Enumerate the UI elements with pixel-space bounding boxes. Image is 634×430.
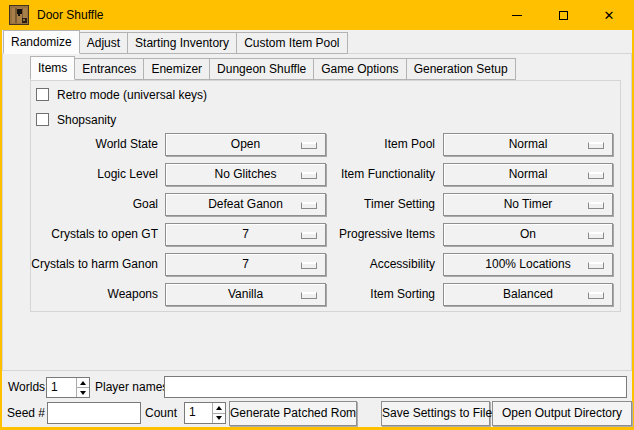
close-icon: ✕	[604, 9, 615, 22]
crystals-gt-value: 7	[242, 227, 249, 241]
progressive-items-value: On	[520, 227, 536, 241]
dropdown-bar-icon	[301, 232, 317, 239]
dropdown-bar-icon	[301, 292, 317, 299]
tab-starting-inventory[interactable]: Starting Inventory	[127, 32, 237, 54]
tab-items[interactable]: Items	[30, 56, 75, 80]
crystals-ganon-dropdown[interactable]: 7	[165, 253, 326, 276]
item-pool-value: Normal	[509, 137, 548, 151]
client-area: Randomize Adjust Starting Inventory Cust…	[2, 30, 632, 427]
item-sorting-value: Balanced	[503, 287, 553, 301]
tab-custom-item-pool[interactable]: Custom Item Pool	[236, 32, 347, 54]
retro-mode-checkbox[interactable]	[36, 88, 49, 101]
dropdown-bar-icon	[588, 142, 604, 149]
logic-level-dropdown[interactable]: No Glitches	[165, 163, 326, 186]
tab-game-options[interactable]: Game Options	[313, 58, 406, 80]
goal-dropdown[interactable]: Defeat Ganon	[165, 193, 326, 216]
worlds-label: Worlds	[8, 376, 45, 398]
goal-label: Goal	[31, 193, 158, 216]
tab-randomize[interactable]: Randomize	[3, 30, 80, 54]
dropdown-bar-icon	[301, 142, 317, 149]
weapons-value: Vanilla	[228, 287, 263, 301]
player-names-input[interactable]	[164, 376, 627, 398]
dropdown-bar-icon	[301, 172, 317, 179]
seed-input[interactable]	[47, 402, 141, 424]
goal-value: Defeat Ganon	[208, 197, 283, 211]
spin-up-icon	[216, 406, 222, 410]
progressive-items-label: Progressive Items	[326, 223, 435, 246]
weapons-label: Weapons	[31, 283, 158, 306]
window-title: Door Shuffle	[37, 8, 104, 22]
player-names-label: Player names	[95, 376, 168, 398]
timer-setting-value: No Timer	[504, 197, 553, 211]
item-functionality-value: Normal	[509, 167, 548, 181]
randomize-panel: Items Entrances Enemizer Dungeon Shuffle…	[2, 53, 632, 371]
worlds-spinbox[interactable]: 1	[46, 377, 90, 398]
shopsanity-checkbox[interactable]	[36, 113, 49, 126]
dropdown-bar-icon	[588, 262, 604, 269]
world-state-dropdown[interactable]: Open	[165, 133, 326, 156]
timer-setting-label: Timer Setting	[326, 193, 435, 216]
door-shuffle-window: Door Shuffle ✕ Randomize Adjust Starting…	[0, 0, 634, 430]
spin-down-icon	[80, 391, 86, 395]
spin-up-icon	[80, 381, 86, 385]
shopsanity-label: Shopsanity	[57, 113, 116, 127]
open-output-directory-button[interactable]: Open Output Directory	[492, 401, 632, 426]
count-label: Count	[145, 402, 177, 424]
world-state-value: Open	[231, 137, 260, 151]
close-button[interactable]: ✕	[586, 0, 632, 30]
main-tab-strip: Randomize Adjust Starting Inventory Cust…	[3, 32, 347, 54]
worlds-value: 1	[51, 378, 58, 397]
item-pool-label: Item Pool	[326, 133, 435, 156]
dropdown-bar-icon	[301, 202, 317, 209]
minimize-button[interactable]	[494, 0, 540, 30]
maximize-button[interactable]	[540, 0, 586, 30]
dropdown-bar-icon	[588, 232, 604, 239]
dropdown-bar-icon	[588, 172, 604, 179]
item-sorting-dropdown[interactable]: Balanced	[443, 283, 613, 306]
accessibility-label: Accessibility	[326, 253, 435, 276]
tab-generation-setup[interactable]: Generation Setup	[406, 58, 516, 80]
retro-mode-label: Retro mode (universal keys)	[57, 88, 207, 102]
accessibility-dropdown[interactable]: 100% Locations	[443, 253, 613, 276]
progressive-items-dropdown[interactable]: On	[443, 223, 613, 246]
logic-level-label: Logic Level	[31, 163, 158, 186]
count-value: 1	[189, 403, 196, 422]
item-sorting-label: Item Sorting	[326, 283, 435, 306]
timer-setting-dropdown[interactable]: No Timer	[443, 193, 613, 216]
spin-down-icon	[216, 416, 222, 420]
item-functionality-dropdown[interactable]: Normal	[443, 163, 613, 186]
sub-tab-strip: Items Entrances Enemizer Dungeon Shuffle…	[30, 58, 515, 80]
count-spin-down[interactable]	[213, 413, 225, 424]
crystals-gt-dropdown[interactable]: 7	[165, 223, 326, 246]
dropdown-bar-icon	[301, 262, 317, 269]
item-functionality-label: Item Functionality	[326, 163, 435, 186]
tab-dungeon-shuffle[interactable]: Dungeon Shuffle	[209, 58, 314, 80]
tab-enemizer[interactable]: Enemizer	[143, 58, 210, 80]
title-bar[interactable]: Door Shuffle ✕	[0, 0, 634, 30]
count-spin-up[interactable]	[213, 403, 225, 413]
maximize-icon	[559, 11, 568, 20]
tab-entrances[interactable]: Entrances	[74, 58, 144, 80]
count-spinbox[interactable]: 1	[184, 402, 226, 424]
accessibility-value: 100% Locations	[485, 257, 570, 271]
save-settings-button[interactable]: Save Settings to File	[381, 401, 490, 426]
crystals-ganon-value: 7	[242, 257, 249, 271]
weapons-dropdown[interactable]: Vanilla	[165, 283, 326, 306]
world-state-label: World State	[31, 133, 158, 156]
worlds-spin-up[interactable]	[77, 378, 89, 387]
items-panel: Retro mode (universal keys) Shopsanity W…	[30, 80, 621, 312]
dropdown-bar-icon	[588, 292, 604, 299]
dropdown-bar-icon	[588, 202, 604, 209]
door-icon	[9, 5, 29, 25]
minimize-icon	[512, 15, 522, 16]
generate-patched-rom-button[interactable]: Generate Patched Rom	[229, 401, 357, 426]
tab-adjust[interactable]: Adjust	[79, 32, 128, 54]
item-pool-dropdown[interactable]: Normal	[443, 133, 613, 156]
crystals-gt-label: Crystals to open GT	[31, 223, 158, 246]
crystals-ganon-label: Crystals to harm Ganon	[31, 253, 158, 276]
worlds-spin-down[interactable]	[77, 387, 89, 397]
logic-level-value: No Glitches	[214, 167, 276, 181]
seed-label: Seed #	[7, 402, 45, 424]
